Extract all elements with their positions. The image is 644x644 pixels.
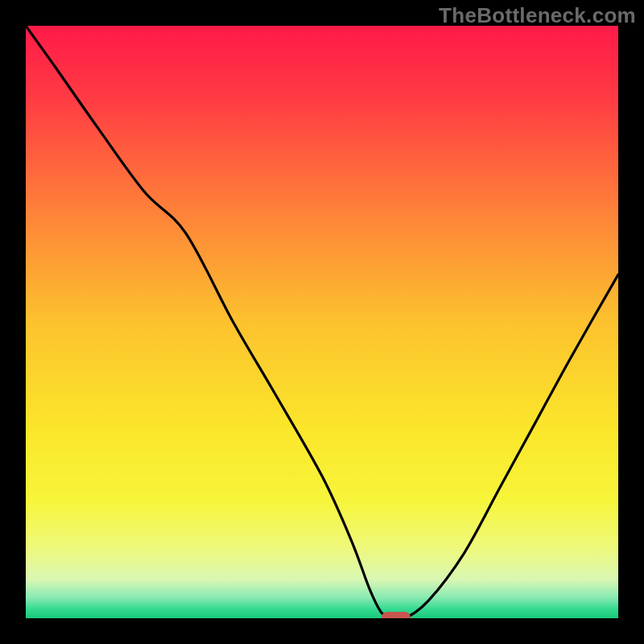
plot-area	[26, 26, 618, 618]
bottleneck-curve-svg	[26, 26, 618, 618]
bottleneck-curve-path	[26, 26, 618, 618]
watermark-text: TheBottleneck.com	[439, 3, 636, 28]
optimum-marker	[382, 612, 411, 618]
chart-frame: TheBottleneck.com	[0, 0, 644, 644]
